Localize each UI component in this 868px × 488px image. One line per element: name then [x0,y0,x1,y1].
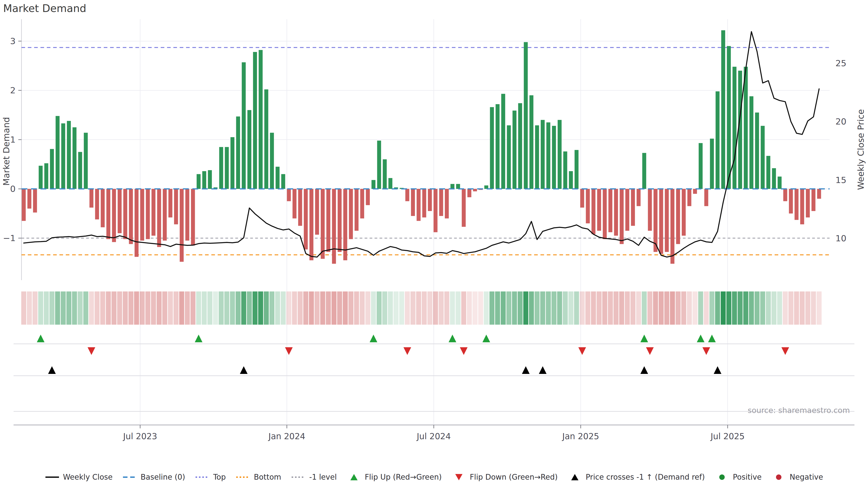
heatmap-cell [394,291,399,325]
heatmap-cell [72,291,77,325]
demand-bar [665,189,669,252]
heatmap-cell [236,291,241,325]
heatmap-cell [89,291,94,325]
flip-up-marker [640,335,648,342]
heatmap-cell [292,291,297,325]
heatmap-cell [692,291,698,325]
heatmap-cell [264,291,269,325]
demand-bar [61,123,65,189]
demand-bar [242,62,246,189]
heatmap-cell [145,291,150,325]
demand-bar [490,107,494,189]
heatmap-cell [433,291,438,325]
demand-bar [112,189,116,242]
demand-bar [405,189,409,201]
heatmap-cell [332,291,337,325]
demand-bar [755,112,759,189]
demand-bar [800,189,804,224]
x-axis-tick-label: Jul 2025 [710,431,745,441]
heatmap-cell [123,291,128,325]
heatmap-cell [202,291,207,325]
heatmap-cell [281,291,286,325]
heatmap-cell [422,291,427,325]
heatmap-cell [489,291,494,325]
demand-bar [129,189,133,244]
legend-item: Flip Up (Red→Green) [347,473,442,482]
demand-bar [727,46,731,189]
demand-bar [766,156,770,189]
flip-down-marker [403,347,411,355]
demand-bar [744,67,748,189]
heatmap-cell [659,291,664,325]
triangle-up-icon [571,474,579,480]
price-cross-marker [640,366,648,374]
price-cross-marker [240,366,248,374]
demand-bar [44,163,49,189]
heatmap-cell [219,291,223,325]
demand-bar [276,167,280,189]
heatmap-cell [653,291,658,325]
demand-bar [451,184,455,189]
heatmap-cell [247,291,252,325]
flip-up-marker [697,335,705,342]
left-axis-tick-label: 2 [10,86,16,95]
legend-item: Flip Down (Green→Red) [452,473,558,482]
demand-bar [569,171,573,189]
heatmap-cell [360,291,365,325]
flip-down-marker [579,347,586,355]
demand-bar [185,189,189,240]
heatmap-cell [106,291,111,325]
heatmap-cell [754,291,760,325]
heatmap-cell [715,291,720,325]
heatmap-cell [343,291,348,325]
flip-down-marker [781,347,789,355]
heatmap-cell [309,291,314,325]
demand-bar [721,30,725,189]
circle-icon [719,475,725,480]
legend-item: Positive [715,473,762,482]
demand-bar [377,140,381,189]
demand-bar [253,52,257,189]
market-demand-dashboard: Market Demand Market Demand Weekly Close… [0,0,868,488]
demand-bar [197,174,201,189]
demand-bar [281,174,285,189]
demand-bar [287,189,291,201]
heatmap-cell [642,291,647,325]
heatmap-cell [112,291,116,325]
demand-bar [575,150,579,189]
legend-item: Baseline (0) [123,473,185,482]
heatmap-cell [710,291,715,325]
demand-bar [716,91,720,189]
heatmap-cell [698,291,703,325]
demand-bar [501,94,505,189]
demand-bar [648,189,652,231]
heatmap-cell [580,291,585,325]
demand-bar [597,189,601,231]
demand-bar [693,189,697,194]
demand-bar [219,147,223,189]
demand-bar [733,67,737,189]
demand-bar [388,178,393,189]
heatmap-cell [546,291,551,325]
heatmap-cell [66,291,71,325]
heatmap-cell [484,291,489,325]
legend-item-label: Negative [789,473,823,482]
demand-bar [225,147,229,189]
demand-bar [552,126,556,189]
demand-bar [371,180,375,189]
demand-bar [349,189,353,239]
heatmap-cell [270,291,274,325]
heatmap-cell [224,291,229,325]
demand-bar [236,117,240,189]
demand-bar [101,189,105,227]
circle-icon [776,475,781,480]
heatmap-cell [337,291,342,325]
heatmap-cell [326,291,331,325]
demand-bar [309,189,313,260]
heatmap-cell [230,291,235,325]
heatmap-cell [794,291,799,325]
flip-down-marker [285,347,293,355]
heatmap-cell [258,291,263,325]
demand-bar [603,189,607,239]
heatmap-cell [563,291,568,325]
